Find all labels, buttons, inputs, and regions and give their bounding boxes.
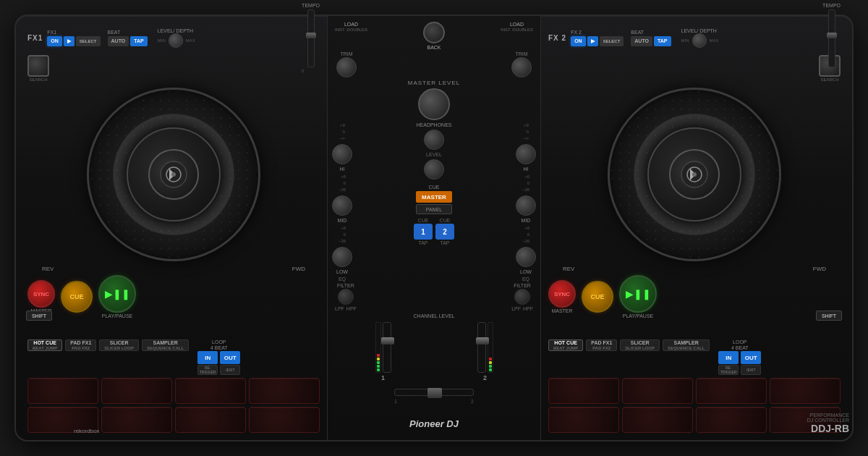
play-pause-button-left[interactable]: ▶❚❚ <box>98 275 136 313</box>
master-level-knob[interactable] <box>418 88 450 120</box>
fx-play-button-left[interactable]: ▶ <box>64 36 75 46</box>
trim-knob-right[interactable] <box>511 57 532 77</box>
cue1-button[interactable]: 1 <box>414 224 433 240</box>
sync-button-right[interactable]: SYNC <box>548 280 576 308</box>
trim-knob-left[interactable] <box>336 57 357 77</box>
beat-group-left: BEAT AUTO TAP <box>108 30 148 46</box>
fx-play-button-right[interactable]: ▶ <box>587 36 598 46</box>
beat-buttons-left: AUTO TAP <box>108 36 148 46</box>
pad-mode-sampler-right[interactable]: SAMPLER SEQUENCE CALL <box>663 339 710 351</box>
pad-7-left[interactable] <box>175 407 246 433</box>
cue-button-left[interactable]: CUE <box>61 281 93 313</box>
pad-3-right[interactable] <box>696 378 767 404</box>
fx-on-button-right[interactable]: ON <box>571 36 586 46</box>
eq-low-knob-right[interactable] <box>516 247 536 267</box>
channel-2-fader-area <box>477 321 493 373</box>
load-button-2[interactable]: LOAD <box>510 22 524 27</box>
tempo-fader-left[interactable] <box>307 9 315 67</box>
pad-4-right[interactable] <box>770 378 841 404</box>
level-depth-knob-left[interactable] <box>169 33 183 48</box>
pad-4-left[interactable] <box>249 378 320 404</box>
fx-select-button-right[interactable]: SELECT <box>600 36 624 46</box>
loop-exit-button-right[interactable]: /EXIT <box>741 365 761 375</box>
shift-button-right[interactable]: SHIFT <box>816 311 842 321</box>
eq-hi-knob-left[interactable] <box>332 144 352 164</box>
master-level-label: MASTER LEVEL <box>408 80 460 86</box>
tempo-fader-right[interactable] <box>828 9 835 67</box>
hi-scale-left: +90−∞ <box>339 122 345 142</box>
pad-mode-slicer-right[interactable]: SLICER SLICER LOOP <box>620 339 660 351</box>
load-button-1[interactable]: LOAD <box>344 22 358 27</box>
tap-label-1: TAP <box>418 240 427 245</box>
master-button[interactable]: MASTER <box>416 191 452 203</box>
pad-1-right[interactable] <box>548 378 619 404</box>
level-bar-2-4 <box>489 358 492 360</box>
loop-out-button-right[interactable]: OUT <box>741 351 761 364</box>
fx-on-button-left[interactable]: ON <box>47 36 62 46</box>
beat-auto-button-right[interactable]: AUTO <box>631 36 652 46</box>
pad-5-right[interactable] <box>548 407 619 433</box>
level-bar-2-2 <box>489 365 492 368</box>
loop-out-button-left[interactable]: OUT <box>220 351 240 364</box>
pad-2-right[interactable] <box>622 378 693 404</box>
beat-auto-button-left[interactable]: AUTO <box>108 36 129 46</box>
jog-wheel-left[interactable] <box>87 88 260 261</box>
pad-mode-hotcue-right[interactable]: HOT CUE BEAT JUMP <box>548 339 583 351</box>
crossfader-labels: 1 2 <box>394 399 474 404</box>
headphones-mix-knob[interactable] <box>424 130 444 150</box>
level-depth-right: LEVEL/ DEPTH MIN MAX <box>681 28 719 48</box>
pad-mode-slicer-left[interactable]: SLICER SLICER LOOP <box>99 339 139 351</box>
beat-tap-button-right[interactable]: TAP <box>654 36 671 46</box>
channel-fader-thumb-2 <box>476 337 489 345</box>
pad-6-right[interactable] <box>622 407 693 433</box>
fx-select-button-left[interactable]: SELECT <box>76 36 101 46</box>
fx-row-left: FX1 FX1 ON ▶ SELECT BEAT AUTO TAP LEVEL/… <box>27 25 320 51</box>
headphones-level-knob[interactable] <box>424 159 444 180</box>
beat-tap-button-left[interactable]: TAP <box>130 36 147 46</box>
loop-retrigger-button-left[interactable]: RE- TRIGGER <box>197 365 218 375</box>
pad-6-left[interactable] <box>101 407 172 433</box>
filter-knob-left[interactable] <box>338 289 354 305</box>
panel-button[interactable]: PANEL <box>416 204 452 214</box>
pad-1-left[interactable] <box>27 378 98 404</box>
level-bar-1-3 <box>377 361 380 364</box>
pad-7-right[interactable] <box>696 407 767 433</box>
loop-in-button-left[interactable]: IN <box>197 351 218 364</box>
pad-mode-padfx-right[interactable]: PAD FX1 PAD FX2 <box>586 339 617 351</box>
search-knob-left[interactable] <box>27 55 49 77</box>
load-row: LOAD INST. DOUBLES BACK LOAD INST. DOUBL… <box>332 22 536 50</box>
filter-knob-right[interactable] <box>514 289 530 305</box>
pad-grid-left <box>27 378 320 433</box>
eq-low-knob-left[interactable] <box>332 247 352 267</box>
play-pause-button-right[interactable]: ▶❚❚ <box>619 275 657 313</box>
eq-mid-knob-right[interactable] <box>516 195 536 216</box>
channel-fader-2[interactable] <box>477 322 486 373</box>
jog-wheel-right[interactable] <box>608 88 781 261</box>
pad-3-left[interactable] <box>175 378 246 404</box>
pad-2-left[interactable] <box>101 378 172 404</box>
crossfader-track[interactable] <box>394 389 474 396</box>
loop-label-right: LOOP <box>733 339 746 345</box>
lpf-label-left: LPF <box>335 306 344 311</box>
cue-button-right[interactable]: CUE <box>582 281 613 313</box>
back-button[interactable]: BACK <box>427 45 441 50</box>
loop-retrigger-button-right[interactable]: RE- TRIGGER <box>718 365 739 375</box>
loop-exit-button-left[interactable]: /EXIT <box>220 365 240 375</box>
cue-tap-row: CUE 1 TAP CUE 2 TAP <box>414 218 454 245</box>
pad-mode-hotcue-left[interactable]: HOT CUE BEAT JUMP <box>27 339 62 351</box>
ddj-dj-label: DJ CONTROLLER <box>807 418 849 423</box>
eq-hi-knob-right[interactable] <box>516 144 536 164</box>
cue-label-2: CUE <box>440 218 451 223</box>
browser-knob[interactable] <box>423 22 445 43</box>
sync-button-left[interactable]: SYNC <box>27 280 55 308</box>
loop-in-button-right[interactable]: IN <box>718 351 739 364</box>
pad-mode-padfx-left[interactable]: PAD FX1 PAD FX2 <box>65 339 96 351</box>
cue2-button[interactable]: 2 <box>435 224 454 240</box>
channel-fader-section: CHANNEL LEVEL <box>332 313 536 381</box>
eq-mid-knob-left[interactable] <box>332 195 352 216</box>
pad-mode-sampler-left[interactable]: SAMPLER SEQUENCE CALL <box>142 339 189 351</box>
channel-fader-1[interactable] <box>383 322 391 373</box>
pad-8-left[interactable] <box>249 407 320 433</box>
level-depth-knob-right[interactable] <box>692 33 707 48</box>
shift-button-left[interactable]: SHIFT <box>26 311 52 321</box>
